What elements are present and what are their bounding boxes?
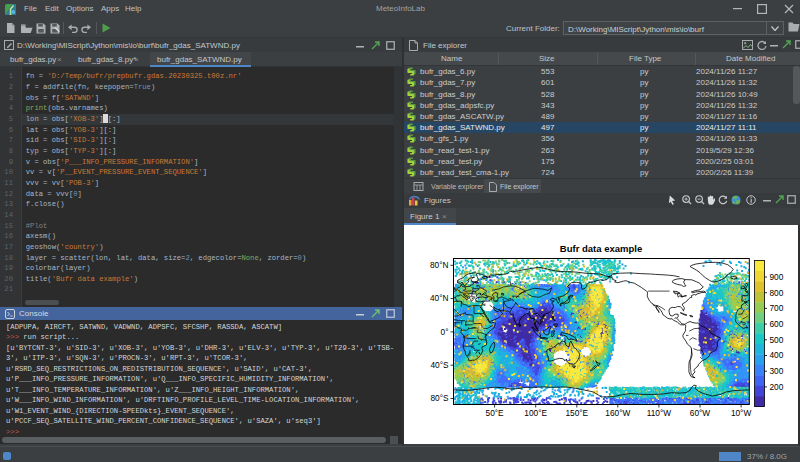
svg-text:400: 400 xyxy=(770,350,784,360)
svg-text:80°N: 80°N xyxy=(430,260,449,270)
svg-text:160°W: 160°W xyxy=(605,408,630,418)
svg-text:800: 800 xyxy=(770,288,784,298)
svg-text:60°W: 60°W xyxy=(690,408,711,418)
svg-text:150°E: 150°E xyxy=(565,408,588,418)
svg-text:80°S: 80°S xyxy=(430,393,449,403)
svg-text:0°: 0° xyxy=(441,327,449,337)
svg-text:200: 200 xyxy=(770,382,784,392)
svg-text:Bufr data example: Bufr data example xyxy=(560,243,642,254)
svg-text:100°E: 100°E xyxy=(524,408,547,418)
svg-text:500: 500 xyxy=(770,335,784,345)
svg-text:700: 700 xyxy=(770,303,784,313)
svg-text:50°E: 50°E xyxy=(486,408,505,418)
svg-text:110°W: 110°W xyxy=(647,408,672,418)
svg-text:40°S: 40°S xyxy=(430,360,449,370)
svg-text:10°W: 10°W xyxy=(731,408,752,418)
svg-text:600: 600 xyxy=(770,319,784,329)
svg-text:300: 300 xyxy=(770,366,784,376)
svg-text:40°N: 40°N xyxy=(430,293,449,303)
svg-text:900: 900 xyxy=(770,272,784,282)
